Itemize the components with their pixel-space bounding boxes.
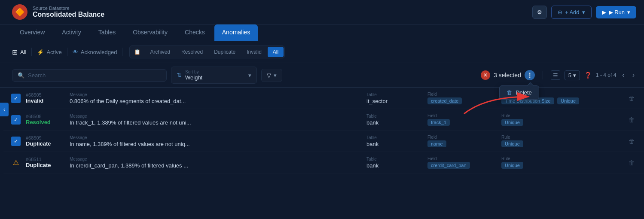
row-checkbox-3[interactable]: ✓: [11, 137, 21, 146]
chevron-down-icon: ▾: [582, 9, 585, 15]
delete-popup[interactable]: 🗑 Delete: [499, 85, 539, 100]
divider-3: [122, 48, 122, 56]
delete-row-button-1[interactable]: 🗑: [627, 93, 636, 103]
filter-all-label: All: [20, 49, 26, 55]
page-info: 1 - 4 of 4: [596, 72, 616, 78]
filter-active-label: Active: [46, 49, 61, 55]
sub-filter-archived[interactable]: Archived: [145, 47, 175, 57]
delete-icon: 🗑: [507, 89, 512, 96]
status-col-4: #68511 Duplicate: [26, 157, 64, 168]
sort-value: Weight: [185, 74, 202, 81]
delete-label: Delete: [516, 89, 532, 96]
eye-icon: 👁: [73, 49, 78, 55]
lightning-icon: ⚡: [37, 49, 44, 55]
main-filter-group: ⊞ All ⚡ Active 👁 Acknowledged: [12, 48, 122, 56]
sort-select[interactable]: ⇅ Sort by Weight ▾: [171, 67, 257, 84]
sort-by-label: Sort by: [185, 70, 202, 74]
field-col-4: Field crerdit_card_pan: [427, 156, 496, 169]
clear-selection-button[interactable]: ✕: [481, 70, 490, 80]
datastore-name: Consolidated Balance: [33, 11, 104, 18]
run-button[interactable]: ▶ ▶ Run ▾: [596, 6, 636, 18]
header-actions: ⚙ ⊕ + Add ▾ ▶ ▶ Run ▾: [532, 6, 636, 19]
more-actions-button[interactable]: ⋮: [525, 70, 535, 80]
table-col-2: Table bank: [366, 114, 422, 126]
sub-filter-all[interactable]: All: [268, 47, 284, 57]
table-col-3: Table bank: [366, 135, 422, 147]
tab-tables[interactable]: Tables: [91, 24, 123, 41]
page-size-value: 5: [568, 72, 571, 79]
chevron-down-sort: ▾: [248, 72, 251, 79]
filter-active[interactable]: ⚡ Active: [37, 49, 61, 55]
status-col-3: #68509 Duplicate: [26, 135, 64, 147]
run-icon: ▶: [602, 9, 606, 15]
gear-icon: ⚙: [537, 9, 542, 15]
field-col-2: Field track_1: [427, 113, 496, 126]
filter-acknowledged-label: Acknowledged: [81, 49, 117, 55]
filter-all[interactable]: ⊞ All: [12, 48, 26, 56]
divider-1: [31, 48, 32, 56]
table-row[interactable]: ✓ #68509 Duplicate Message In name, 1.38…: [3, 131, 644, 152]
delete-row-button-4[interactable]: 🗑: [627, 158, 636, 168]
message-col-3: Message In name, 1.389% of filtered valu…: [70, 135, 361, 147]
table-col-4: Table bank: [366, 157, 422, 169]
layers-icon: ⊞: [12, 48, 18, 56]
tab-checks[interactable]: Checks: [177, 24, 213, 41]
add-label: + Add: [565, 9, 580, 15]
filter-acknowledged[interactable]: 👁 Acknowledged: [73, 49, 117, 55]
tab-observability[interactable]: Observability: [125, 24, 175, 41]
row-checkbox-4[interactable]: ⚠: [11, 158, 21, 167]
header-title: Source Datastore Consolidated Balance: [33, 6, 104, 18]
prev-page-button[interactable]: ‹: [620, 70, 626, 80]
row-checkbox-1[interactable]: ✓: [11, 94, 21, 103]
delete-row-button-2[interactable]: 🗑: [627, 115, 636, 125]
sub-filter-invalid[interactable]: Invalid: [241, 47, 267, 57]
header: 🔶 Source Datastore Consolidated Balance …: [0, 0, 644, 24]
search-box: 🔍: [12, 69, 167, 82]
page-size-button[interactable]: 5 ▾: [565, 70, 580, 80]
rules-col-4: Rule Unique: [501, 156, 622, 169]
next-page-button[interactable]: ›: [631, 70, 636, 80]
sort-icon: ⇅: [177, 72, 182, 79]
sub-filter-resolved[interactable]: Resolved: [176, 47, 208, 57]
tab-activity[interactable]: Activity: [54, 24, 89, 41]
search-icon: 🔍: [18, 72, 24, 79]
chevron-down-page: ▾: [573, 72, 576, 79]
archive-icon: 📋: [131, 47, 144, 57]
plus-icon: ⊕: [558, 9, 562, 15]
table-container: ✓ #68505 Invalid Message 0.806% of the D…: [0, 88, 644, 173]
field-col-3: Field name: [427, 135, 496, 147]
sub-filter-group: 📋 Archived Resolved Duplicate Invalid Al…: [129, 46, 285, 58]
filter-button[interactable]: ▽ ▾: [261, 69, 282, 82]
sub-filter-duplicate[interactable]: Duplicate: [209, 47, 241, 57]
header-left: 🔶 Source Datastore Consolidated Balance: [12, 4, 104, 20]
nav-tabs: Overview Activity Tables Observability C…: [0, 24, 644, 41]
back-button[interactable]: ‹: [0, 103, 9, 116]
rules-col-2: Rule Unique: [501, 113, 622, 126]
message-col-4: Message In crerdit_card_pan, 1.389% of f…: [70, 157, 361, 169]
help-button[interactable]: ❓: [584, 72, 592, 79]
selected-info: ✕ 3 selected ⋮ 🗑 Delete: [481, 70, 535, 80]
field-col-1: Field created_date: [427, 92, 496, 104]
tab-anomalies[interactable]: Anomalies: [214, 24, 258, 41]
chevron-down-icon-run: ▾: [627, 9, 630, 15]
message-col-1: Message 0.806% of the Daily segments of …: [70, 92, 361, 104]
selected-count: 3 selected: [494, 72, 521, 79]
table-row[interactable]: ✓ #68508 Resolved Message In track_1, 1.…: [3, 109, 644, 131]
source-datastore-label: Source Datastore: [33, 6, 104, 11]
run-label: ▶ Run: [609, 9, 625, 15]
table-row[interactable]: ✓ #68505 Invalid Message 0.806% of the D…: [3, 88, 644, 109]
settings-button[interactable]: ⚙: [532, 6, 547, 19]
filter-chevron: ▾: [274, 72, 277, 79]
add-button[interactable]: ⊕ + Add ▾: [551, 6, 592, 19]
message-col-2: Message In track_1, 1.389% of filtered v…: [70, 114, 361, 126]
row-checkbox-2[interactable]: ✓: [11, 115, 21, 125]
column-toggle-button[interactable]: ☰: [551, 70, 560, 80]
status-col-1: #68505 Invalid: [26, 92, 64, 104]
app-logo: 🔶: [12, 4, 27, 20]
rules-col-3: Rule Unique: [501, 135, 622, 147]
delete-row-button-3[interactable]: 🗑: [627, 136, 636, 146]
table-row[interactable]: ⚠ #68511 Duplicate Message In crerdit_ca…: [3, 152, 644, 173]
filter-icon: ▽: [267, 72, 271, 79]
tab-overview[interactable]: Overview: [12, 24, 52, 41]
search-input[interactable]: [28, 72, 161, 79]
